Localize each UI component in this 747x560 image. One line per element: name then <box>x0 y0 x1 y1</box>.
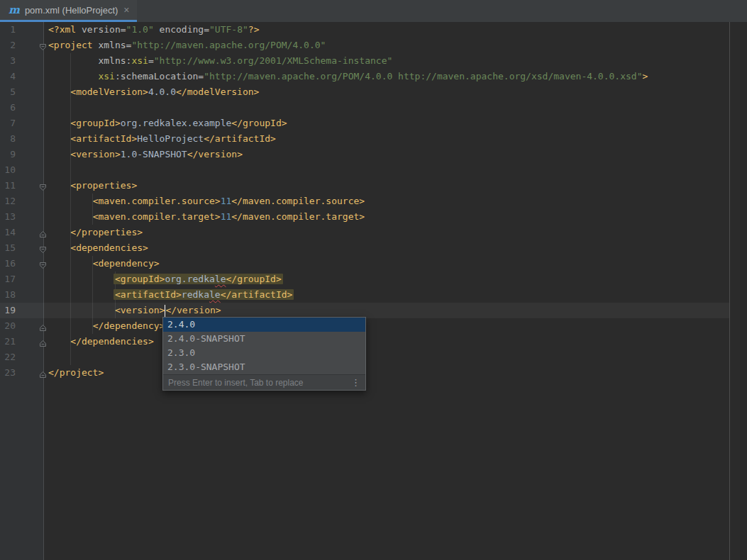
code-token: <maven.compiler.target> <box>93 211 221 222</box>
code-token: </artifactId> <box>204 133 276 144</box>
line-number: 4 <box>0 69 16 84</box>
line-number: 21 <box>0 334 16 349</box>
injected-fragment-highlight: <groupId>org.redkale</groupId> <box>114 274 283 284</box>
line-number: 17 <box>0 271 16 287</box>
line-number: 12 <box>0 194 16 209</box>
code-line[interactable]: </dependencies> <box>44 334 747 349</box>
code-token: </dependency> <box>93 320 165 331</box>
gutter-row: 12 <box>0 194 43 209</box>
code-token: > <box>642 71 648 82</box>
code-line[interactable]: <artifactId>HelloProject</artifactId> <box>44 131 747 147</box>
code-line[interactable]: <modelVersion>4.0.0</modelVersion> <box>44 84 747 100</box>
code-token: "http://maven.apache.org/POM/4.0.0 http:… <box>204 71 642 82</box>
code-line[interactable]: <groupId>org.redkalex.example</groupId> <box>44 116 747 131</box>
line-number: 2 <box>0 38 16 53</box>
code-token: version= <box>82 24 126 35</box>
completion-item[interactable]: 2.3.0 <box>163 346 365 360</box>
code-token: redka <box>182 289 209 300</box>
code-line[interactable] <box>44 162 747 178</box>
code-line[interactable]: </dependency> <box>44 318 747 334</box>
code-line[interactable]: <?xml version="1.0" encoding="UTF-8"?> <box>44 22 747 38</box>
line-number: 22 <box>0 349 16 365</box>
tab-pom-xml[interactable]: m pom.xml (HelloProject) × <box>0 0 137 22</box>
code-token <box>154 24 160 35</box>
completion-popup: 2.4.02.4.0-SNAPSHOT2.3.02.3.0-SNAPSHOT P… <box>162 317 366 391</box>
line-number: 15 <box>0 240 16 256</box>
code-token: </version> <box>165 305 221 315</box>
code-line[interactable]: </project> <box>44 365 747 381</box>
code-token: </artifactId> <box>221 289 293 300</box>
line-number: 7 <box>0 116 16 131</box>
code-area[interactable]: <?xml version="1.0" encoding="UTF-8"?><p… <box>44 22 747 560</box>
code-token: org.redkalex.example <box>121 118 232 128</box>
code-token: le <box>209 289 221 300</box>
code-token: HelloProject <box>137 133 204 144</box>
code-line[interactable]: <groupId>org.redkale</groupId> <box>44 271 747 287</box>
gutter-row: 10 <box>0 162 43 178</box>
gutter-row: 8 <box>0 131 43 147</box>
line-number: 18 <box>0 287 16 303</box>
code-line[interactable] <box>44 349 747 365</box>
close-tab-icon[interactable]: × <box>123 5 130 15</box>
gutter-row: 3 <box>0 53 43 69</box>
gutter-row: 20 <box>0 318 43 334</box>
line-number: 6 <box>0 100 16 116</box>
code-token: <?xml <box>48 24 82 35</box>
code-token: <version> <box>115 305 165 315</box>
right-margin-guide <box>729 22 730 560</box>
code-token: </version> <box>187 149 243 159</box>
code-token: 1.0-SNAPSHOT <box>121 149 187 159</box>
code-line[interactable]: <artifactId>redkale</artifactId> <box>44 287 747 303</box>
code-line[interactable]: </properties> <box>44 225 747 240</box>
gutter-row: 13 <box>0 209 43 225</box>
injected-fragment-highlight: <artifactId>redkale</artifactId> <box>114 289 294 300</box>
code-token: </project> <box>48 367 104 378</box>
gutter: 1234567891011121314151617181920212223 <box>0 22 44 560</box>
code-line[interactable]: <maven.compiler.source>11</maven.compile… <box>44 194 747 209</box>
code-line[interactable]: xsi:schemaLocation="http://maven.apache.… <box>44 69 747 84</box>
code-token: "http://maven.apache.org/POM/4.0.0" <box>131 40 326 50</box>
more-options-icon[interactable]: ⋮ <box>351 378 360 387</box>
line-number: 11 <box>0 178 16 194</box>
code-token: <version> <box>70 149 120 159</box>
editor-main: 1234567891011121314151617181920212223 <?… <box>0 22 747 560</box>
code-token: xsi <box>98 71 114 82</box>
code-line[interactable]: <maven.compiler.target>11</maven.compile… <box>44 209 747 225</box>
gutter-row: 11 <box>0 178 43 194</box>
line-number: 5 <box>0 84 16 100</box>
completion-hint: Press Enter to insert, Tab to replace <box>168 378 304 388</box>
completion-list: 2.4.02.4.0-SNAPSHOT2.3.02.3.0-SNAPSHOT <box>163 318 365 374</box>
code-token: 11 <box>221 196 232 206</box>
completion-item[interactable]: 2.4.0 <box>163 318 365 332</box>
gutter-row: 7 <box>0 116 43 131</box>
code-token: ?> <box>248 24 260 35</box>
code-token: = <box>148 55 154 66</box>
completion-item[interactable]: 2.4.0-SNAPSHOT <box>163 332 365 346</box>
code-token: <artifactId> <box>70 133 137 144</box>
gutter-row: 22 <box>0 349 43 365</box>
gutter-row: 15 <box>0 240 43 256</box>
code-token: <properties> <box>70 180 137 191</box>
code-token: "UTF-8" <box>209 24 248 35</box>
gutter-row: 5 <box>0 84 43 100</box>
completion-item[interactable]: 2.3.0-SNAPSHOT <box>163 360 365 374</box>
code-token: le <box>215 274 226 284</box>
code-line[interactable]: <dependency> <box>44 256 747 271</box>
line-number: 16 <box>0 256 16 271</box>
code-line[interactable]: <dependencies> <box>44 240 747 256</box>
gutter-row: 19 <box>0 303 43 318</box>
code-token: </modelVersion> <box>176 86 259 97</box>
code-line[interactable]: <project xmlns="http://maven.apache.org/… <box>44 38 747 53</box>
code-token: <maven.compiler.source> <box>93 196 221 206</box>
gutter-row: 4 <box>0 69 43 84</box>
gutter-row: 18 <box>0 287 43 303</box>
gutter-row: 16 <box>0 256 43 271</box>
code-line[interactable]: <version></version> <box>44 303 747 318</box>
code-line[interactable]: xmlns:xsi="http://www.w3.org/2001/XMLSch… <box>44 53 747 69</box>
line-number: 19 <box>0 303 16 318</box>
code-line[interactable]: <version>1.0-SNAPSHOT</version> <box>44 147 747 162</box>
code-token: <groupId> <box>70 118 120 128</box>
code-line[interactable]: <properties> <box>44 178 747 194</box>
code-token: org.redka <box>165 274 214 284</box>
code-line[interactable] <box>44 100 747 116</box>
